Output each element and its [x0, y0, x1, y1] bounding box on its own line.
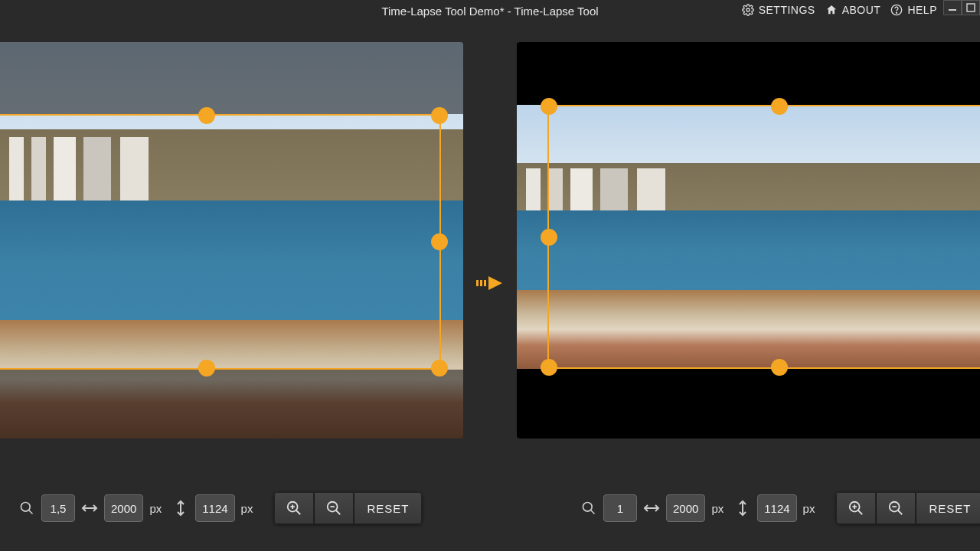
zoom-in-button[interactable]	[836, 492, 876, 524]
zoom-out-icon	[887, 500, 904, 517]
width-field-end[interactable]: 2000	[666, 494, 705, 522]
height-unit: px	[803, 502, 815, 515]
width-icon	[643, 500, 660, 517]
settings-label: SETTINGS	[759, 4, 815, 16]
svg-rect-5	[476, 280, 479, 286]
start-frame-panel	[0, 42, 463, 439]
home-icon	[823, 2, 840, 18]
svg-point-19	[583, 503, 593, 512]
zoom-out-button[interactable]	[876, 492, 916, 524]
content-area: 1,5 2000 px 1124 px RESET 1 2000	[0, 42, 980, 551]
zoom-out-icon	[325, 500, 342, 517]
height-field-start[interactable]: 1124	[195, 494, 234, 522]
height-icon	[734, 500, 751, 517]
minimize-button[interactable]	[943, 0, 962, 15]
crop-handle-right[interactable]	[431, 233, 448, 250]
width-unit: px	[711, 502, 724, 515]
crop-handle-bl[interactable]	[541, 359, 557, 376]
height-field-end[interactable]: 1124	[757, 494, 796, 522]
height-unit: px	[241, 502, 253, 515]
svg-point-0	[746, 8, 750, 11]
svg-rect-7	[484, 280, 486, 286]
crop-handle-top[interactable]	[198, 107, 215, 124]
about-menu[interactable]: ABOUT	[823, 2, 881, 18]
magnifier-icon	[580, 500, 597, 517]
maximize-icon	[966, 3, 975, 12]
svg-line-13	[296, 510, 301, 515]
zoom-field-end[interactable]: 1	[603, 494, 637, 522]
crop-handle-bottom[interactable]	[198, 360, 215, 377]
zoom-button-group-end: RESET	[836, 492, 980, 524]
svg-rect-3	[949, 9, 956, 11]
crop-handle-tr[interactable]	[431, 107, 448, 124]
help-menu[interactable]: HELP	[888, 2, 937, 18]
svg-rect-6	[480, 280, 482, 286]
svg-line-28	[898, 510, 903, 515]
crop-handle-left[interactable]	[541, 229, 557, 246]
start-frame-toolbar: 1,5 2000 px 1124 px RESET	[18, 490, 422, 527]
svg-line-9	[29, 510, 33, 514]
svg-point-2	[897, 12, 897, 13]
reset-button-start[interactable]: RESET	[354, 492, 422, 524]
zoom-field-start[interactable]: 1,5	[41, 494, 75, 522]
width-unit: px	[149, 502, 162, 515]
svg-rect-4	[967, 4, 975, 11]
zoom-in-icon	[286, 500, 302, 517]
settings-menu[interactable]: SETTINGS	[740, 2, 815, 18]
crop-handle-bottom[interactable]	[771, 359, 788, 376]
crop-mask-top	[0, 42, 463, 114]
crop-handle-tl[interactable]	[541, 98, 557, 115]
help-label: HELP	[907, 4, 937, 16]
help-icon	[888, 2, 905, 18]
transition-arrow-icon	[476, 272, 504, 295]
maximize-button[interactable]	[962, 0, 980, 15]
svg-point-8	[21, 503, 31, 512]
about-label: ABOUT	[842, 4, 881, 16]
magnifier-icon	[18, 500, 35, 517]
crop-mask-bottom	[0, 370, 463, 439]
menu-bar: SETTINGS ABOUT HELP	[740, 2, 937, 18]
width-icon	[81, 500, 98, 517]
svg-line-17	[336, 510, 341, 515]
gear-icon	[740, 2, 756, 18]
zoom-in-button[interactable]	[274, 492, 314, 524]
end-frame-panel	[517, 42, 980, 439]
window-title: Time-Lapse Tool Demo* - Time-Lapse Tool	[381, 5, 598, 18]
zoom-out-button[interactable]	[314, 492, 354, 524]
end-frame-toolbar: 1 2000 px 1124 px RESET	[580, 490, 980, 527]
crop-handle-top[interactable]	[771, 98, 788, 115]
window-buttons	[943, 0, 980, 15]
svg-line-20	[591, 510, 595, 514]
titlebar: Time-Lapse Tool Demo* - Time-Lapse Tool …	[0, 0, 980, 24]
zoom-button-group-start: RESET	[274, 492, 422, 524]
end-frame-image	[517, 105, 980, 369]
height-icon	[172, 500, 189, 517]
svg-line-24	[858, 510, 863, 515]
width-field-start[interactable]: 2000	[104, 494, 143, 522]
reset-button-end[interactable]: RESET	[916, 492, 980, 524]
crop-handle-br[interactable]	[431, 360, 448, 377]
zoom-in-icon	[848, 500, 864, 517]
minimize-icon	[948, 3, 957, 12]
